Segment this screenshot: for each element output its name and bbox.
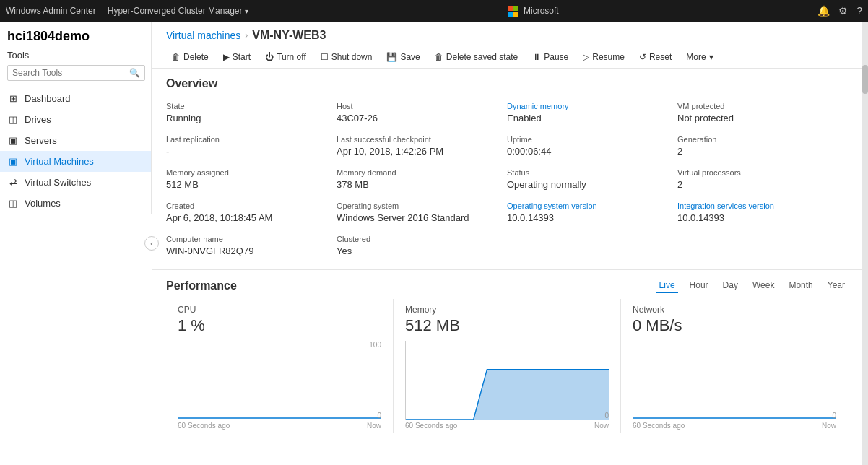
network-label: Network xyxy=(633,305,836,315)
memory-label: Memory xyxy=(405,305,609,315)
sidebar-item-volumes[interactable]: ◫ Volumes xyxy=(0,193,151,214)
sidebar-item-label: Virtual Machines xyxy=(25,156,94,167)
search-tools-input[interactable] xyxy=(12,68,129,78)
network-chart-svg xyxy=(633,341,836,420)
delete-saved-icon: 🗑 xyxy=(435,52,443,62)
overview-grid: State Running Host 43C07-26 Dynamic memo… xyxy=(166,97,848,264)
scrollbar-track[interactable] xyxy=(862,22,868,465)
field-label: Operating system version xyxy=(507,201,677,210)
overview-empty-2 xyxy=(677,230,848,264)
cpu-value: 1 % xyxy=(178,316,381,335)
sidebar-item-drives[interactable]: ◫ Drives xyxy=(0,109,151,130)
overview-field-uptime: Uptime 0:00:06:44 xyxy=(507,131,677,164)
tab-hour[interactable]: Hour xyxy=(687,279,711,293)
start-button[interactable]: ▶ Start xyxy=(217,49,256,65)
microsoft-logo: Microsoft xyxy=(508,6,559,17)
field-value: Yes xyxy=(337,245,507,256)
field-value: Apr 10, 2018, 1:42:26 PM xyxy=(337,146,507,157)
field-value: 10.0.14393 xyxy=(507,212,677,223)
tab-year[interactable]: Year xyxy=(825,279,848,293)
field-value: 0:00:06:44 xyxy=(507,146,677,157)
overview-field-status: Status Operating normally xyxy=(507,164,677,197)
shut-down-icon: ☐ xyxy=(321,52,329,62)
virtual-machines-icon: ▣ xyxy=(7,156,19,167)
cpu-x-right: Now xyxy=(367,422,381,430)
field-label: State xyxy=(166,102,337,110)
memory-y-min: 0 xyxy=(604,412,609,420)
ms-sq-green xyxy=(513,6,518,11)
cpu-chart-area: 100 0 xyxy=(178,341,381,420)
overview-field-vm-protected: VM protected Not protected xyxy=(677,97,848,131)
field-label: Memory demand xyxy=(337,168,507,177)
field-value: Apr 6, 2018, 10:18:45 AM xyxy=(166,212,337,223)
sidebar-collapse-button[interactable]: ‹ xyxy=(144,236,159,251)
sidebar-item-dashboard[interactable]: ⊞ Dashboard xyxy=(0,88,151,109)
more-button[interactable]: More ▾ xyxy=(680,49,719,65)
ms-sq-blue xyxy=(508,12,513,17)
nav-center: Microsoft xyxy=(248,6,817,17)
scrollbar-thumb[interactable] xyxy=(862,65,868,94)
reset-button[interactable]: ↺ Reset xyxy=(633,49,677,65)
cpu-chart-svg xyxy=(178,341,381,420)
field-label: Dynamic memory xyxy=(507,102,677,110)
sidebar-item-servers[interactable]: ▣ Servers xyxy=(0,130,151,151)
delete-button[interactable]: 🗑 Delete xyxy=(166,49,214,65)
field-value: 43C07-26 xyxy=(337,113,507,123)
performance-section: Performance Live Hour Day Week Month Yea… xyxy=(152,269,862,433)
cpu-y-max: 100 xyxy=(369,341,381,349)
network-chart-area: 0 xyxy=(633,341,836,420)
tab-month[interactable]: Month xyxy=(786,279,815,293)
field-label: Memory assigned xyxy=(166,168,337,177)
tab-day[interactable]: Day xyxy=(720,279,741,293)
breadcrumb-parent[interactable]: Virtual machines xyxy=(166,30,240,41)
overview-section: Overview State Running Host 43C07-26 Dyn… xyxy=(152,69,862,269)
field-value: - xyxy=(166,146,337,157)
sidebar-item-label: Servers xyxy=(25,135,57,146)
settings-icon[interactable]: ⚙ xyxy=(838,5,848,17)
servers-icon: ▣ xyxy=(7,135,19,146)
field-label: Status xyxy=(507,168,677,177)
field-value: 10.0.14393 xyxy=(677,212,848,223)
overview-field-generation: Generation 2 xyxy=(677,131,848,164)
field-label: Virtual processors xyxy=(677,168,848,177)
sidebar-item-label: Drives xyxy=(25,114,51,125)
field-value: Running xyxy=(166,113,337,123)
save-button[interactable]: 💾 Save xyxy=(381,49,425,65)
volumes-icon: ◫ xyxy=(7,198,19,209)
drives-icon: ◫ xyxy=(7,114,19,125)
overview-title: Overview xyxy=(166,77,848,90)
field-label: Operating system xyxy=(337,201,507,210)
ms-sq-yellow xyxy=(513,12,518,17)
sidebar-item-virtual-switches[interactable]: ⇄ Virtual Switches xyxy=(0,172,151,193)
field-value: WIN-0NVGFR82Q79 xyxy=(166,245,337,256)
resume-button[interactable]: ▷ Resume xyxy=(577,49,630,65)
memory-x-right: Now xyxy=(594,422,609,430)
field-value: 2 xyxy=(677,146,848,157)
field-label: VM protected xyxy=(677,102,848,110)
turn-off-button[interactable]: ⏻ Turn off xyxy=(259,49,312,65)
performance-tabs: Live Hour Day Week Month Year xyxy=(656,279,848,293)
sidebar-header: hci1804demo Tools 🔍 xyxy=(0,22,151,88)
shut-down-button[interactable]: ☐ Shut down xyxy=(315,49,378,65)
field-value: Operating normally xyxy=(507,179,677,190)
memory-chart: Memory 512 MB 0 xyxy=(394,299,621,433)
field-value: Not protected xyxy=(677,113,848,123)
cluster-selector[interactable]: Hyper-Converged Cluster Manager ▾ xyxy=(108,6,249,16)
overview-field-computer-name: Computer name WIN-0NVGFR82Q79 xyxy=(166,230,337,264)
field-label: Integration services version xyxy=(677,201,848,210)
tab-live[interactable]: Live xyxy=(656,279,678,293)
breadcrumb-current: VM-NY-WEB3 xyxy=(252,29,326,42)
memory-x-labels: 60 Seconds ago Now xyxy=(405,422,609,430)
sidebar-item-virtual-machines[interactable]: ▣ Virtual Machines xyxy=(0,151,151,172)
breadcrumb: Virtual machines › VM-NY-WEB3 xyxy=(152,22,862,46)
pause-button[interactable]: ⏸ Pause xyxy=(526,49,574,65)
network-y-min: 0 xyxy=(832,412,836,420)
delete-saved-button[interactable]: 🗑 Delete saved state xyxy=(429,49,524,65)
notification-icon[interactable]: 🔔 xyxy=(817,5,830,17)
reset-icon: ↺ xyxy=(639,52,646,62)
memory-value: 512 MB xyxy=(405,316,609,335)
search-icon: 🔍 xyxy=(129,68,140,78)
search-tools-box[interactable]: 🔍 xyxy=(7,65,145,81)
help-icon[interactable]: ? xyxy=(856,5,862,17)
tab-week[interactable]: Week xyxy=(750,279,777,293)
